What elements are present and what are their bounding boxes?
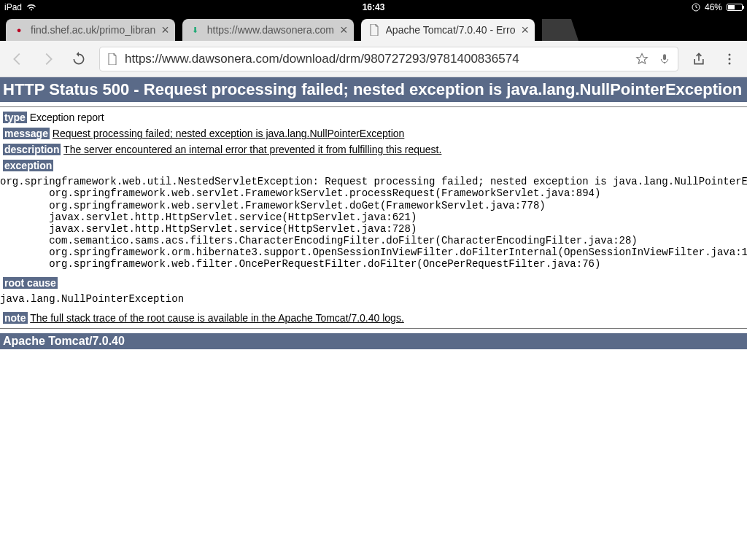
favicon-icon: ⬇	[190, 24, 201, 36]
tomcat-error-page: HTTP Status 500 - Request processing fai…	[0, 77, 747, 349]
battery-icon	[727, 4, 743, 11]
root-cause-label: root cause	[3, 277, 58, 289]
tab-title: find.shef.ac.uk/primo_libran	[31, 24, 155, 36]
note-row: note The full stack trace of the root ca…	[3, 312, 744, 324]
file-icon	[107, 53, 117, 65]
rotation-lock-icon	[692, 3, 700, 12]
address-bar[interactable]: https://www.dawsonera.com/download/drm/9…	[99, 47, 678, 71]
type-label: type	[3, 112, 27, 123]
share-button[interactable]	[689, 49, 709, 69]
browser-tab[interactable]: ⬇ https://www.dawsonera.com ×	[182, 19, 354, 41]
clock: 16:43	[363, 2, 385, 12]
description-row: description The server encountered an in…	[3, 144, 744, 155]
ios-status-bar: iPad 16:43 46%	[0, 0, 747, 15]
type-row: type Exception report	[3, 112, 744, 123]
exception-trace: org.springframework.web.util.NestedServl…	[0, 176, 747, 270]
root-cause-trace: java.lang.NullPointerException	[0, 293, 747, 305]
server-footer: Apache Tomcat/7.0.40	[0, 333, 747, 349]
description-label: description	[3, 144, 61, 155]
close-icon[interactable]: ×	[521, 23, 529, 36]
type-value: Exception report	[30, 112, 104, 123]
divider	[0, 328, 747, 329]
divider	[0, 106, 747, 107]
reload-button[interactable]	[69, 49, 89, 69]
browser-tab[interactable]: ● find.shef.ac.uk/primo_libran ×	[6, 19, 175, 41]
forward-button[interactable]	[38, 49, 58, 69]
message-row: message Request processing failed; neste…	[3, 128, 744, 139]
star-icon[interactable]	[635, 52, 649, 66]
message-label: message	[3, 128, 50, 139]
tab-strip: ● find.shef.ac.uk/primo_libran × ⬇ https…	[0, 15, 747, 41]
browser-toolbar: https://www.dawsonera.com/download/drm/9…	[0, 41, 747, 77]
page-viewport[interactable]: HTTP Status 500 - Request processing fai…	[0, 77, 747, 560]
exception-row: exception	[3, 160, 744, 171]
battery-percentage: 46%	[705, 2, 722, 12]
favicon-icon: ●	[13, 24, 25, 36]
back-button[interactable]	[7, 49, 28, 69]
svg-point-2	[729, 53, 731, 55]
menu-button[interactable]	[719, 49, 740, 69]
note-value: The full stack trace of the root cause i…	[30, 312, 404, 324]
mic-icon[interactable]	[659, 52, 670, 66]
browser-tab-active[interactable]: Apache Tomcat/7.0.40 - Erro ×	[361, 19, 535, 41]
description-value: The server encountered an internal error…	[63, 144, 441, 155]
exception-label: exception	[3, 160, 53, 171]
wifi-icon	[26, 4, 36, 11]
svg-rect-1	[663, 54, 666, 60]
message-value: Request processing failed; nested except…	[53, 128, 405, 139]
device-label: iPad	[4, 2, 22, 12]
tab-title: Apache Tomcat/7.0.40 - Erro	[386, 24, 516, 36]
svg-point-3	[729, 58, 731, 60]
close-icon[interactable]: ×	[161, 23, 169, 36]
file-icon	[368, 24, 380, 36]
note-label: note	[3, 312, 28, 324]
url-text: https://www.dawsonera.com/download/drm/9…	[125, 52, 628, 66]
root-cause-row: root cause	[3, 277, 744, 289]
close-icon[interactable]: ×	[340, 23, 348, 36]
status-heading: HTTP Status 500 - Request processing fai…	[0, 77, 747, 102]
svg-point-4	[729, 62, 731, 64]
new-tab-affordance[interactable]	[542, 19, 578, 41]
tab-title: https://www.dawsonera.com	[207, 24, 334, 36]
